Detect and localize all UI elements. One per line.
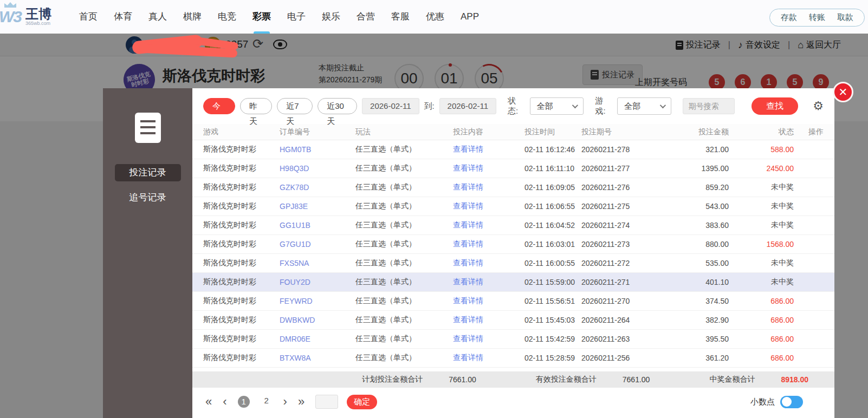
- date-to-input[interactable]: 2026-02-11: [439, 98, 496, 114]
- nav-item-合营[interactable]: 合营: [357, 0, 375, 34]
- cell-order-id[interactable]: FXS5NA: [280, 259, 355, 267]
- record-document-icon: [135, 113, 161, 143]
- cell-play-type: 任三直选（单式）: [355, 334, 453, 344]
- view-detail-link[interactable]: 查看详情: [453, 201, 524, 211]
- table-row: 斯洛伐克时时彩DWBKWD任三直选（单式）查看详情02-11 15:45:032…: [192, 311, 834, 330]
- site-logo[interactable]: W3 王博 365wb.com: [3, 8, 74, 26]
- cell-bet-amount: 374.50: [664, 297, 729, 305]
- view-detail-link[interactable]: 查看详情: [453, 220, 524, 230]
- cell-bet-amount: 382.90: [664, 316, 729, 324]
- pagination-bar: « ‹ 12 › » 确定 小数点: [192, 393, 834, 410]
- crown-icon: [4, 2, 16, 8]
- cell-order-id[interactable]: FOUY2D: [280, 278, 355, 286]
- cell-play-type: 任三直选（单式）: [355, 353, 453, 363]
- sidebar-item-追号记录[interactable]: 追号记录: [115, 189, 181, 206]
- view-detail-link[interactable]: 查看详情: [453, 296, 524, 306]
- wallet-转账-button[interactable]: 转账: [809, 12, 825, 23]
- cell-status: 686.00: [729, 354, 794, 362]
- cell-order-id[interactable]: DWBKWD: [280, 316, 355, 324]
- cell-order-id[interactable]: H98Q3D: [280, 164, 355, 173]
- table-row: 斯洛伐克时时彩HGM0TB任三直选（单式）查看详情02-11 16:12:462…: [192, 140, 834, 159]
- cell-bet-time: 02-11 16:04:52: [524, 221, 581, 230]
- page-jump-input[interactable]: [315, 395, 338, 409]
- cell-bet-time: 02-11 16:00:55: [524, 259, 581, 267]
- cell-play-type: 任三直选（单式）: [355, 164, 453, 173]
- view-detail-link[interactable]: 查看详情: [453, 353, 524, 363]
- last-page-button[interactable]: »: [298, 395, 305, 409]
- page-button-1[interactable]: 1: [238, 396, 250, 408]
- view-detail-link[interactable]: 查看详情: [453, 315, 524, 325]
- cell-game: 斯洛伐克时时彩: [203, 201, 280, 211]
- view-detail-link[interactable]: 查看详情: [453, 182, 524, 192]
- status-select[interactable]: 全部: [530, 97, 584, 115]
- brand-domain: 365wb.com: [25, 21, 51, 26]
- period-search-input[interactable]: 期号搜索: [683, 98, 735, 114]
- cell-order-id[interactable]: G7GU1D: [280, 240, 355, 249]
- wallet-actions: 存款转账取款: [769, 9, 865, 27]
- cell-bet-time: 02-11 16:09:05: [524, 183, 581, 192]
- sidebar-item-投注记录[interactable]: 投注记录: [115, 164, 181, 181]
- game-select[interactable]: 全部: [617, 97, 671, 115]
- cell-order-id[interactable]: DMR06E: [280, 335, 355, 343]
- nav-item-电竞[interactable]: 电竞: [218, 0, 236, 34]
- cell-order-id[interactable]: GG1U1B: [280, 221, 355, 230]
- cell-bet-period: 20260211-278: [581, 145, 664, 154]
- cell-game: 斯洛伐克时时彩: [203, 334, 280, 344]
- plan-total-value: 7661.00: [449, 375, 476, 384]
- col-header: 订单编号: [280, 127, 355, 137]
- cell-order-id[interactable]: FEYWRD: [280, 297, 355, 305]
- nav-item-优惠[interactable]: 优惠: [426, 0, 444, 34]
- cell-bet-time: 02-11 16:03:01: [524, 240, 581, 249]
- cell-bet-amount: 321.00: [664, 145, 729, 154]
- view-detail-link[interactable]: 查看详情: [453, 334, 524, 344]
- gear-icon[interactable]: ⚙: [813, 99, 824, 113]
- nav-item-APP[interactable]: APP: [461, 0, 479, 34]
- view-detail-link[interactable]: 查看详情: [453, 258, 524, 268]
- page-button-2[interactable]: 2: [261, 396, 273, 408]
- nav-item-娱乐[interactable]: 娱乐: [322, 0, 340, 34]
- chevron-down-icon: [572, 102, 578, 108]
- cell-order-id[interactable]: GPJ83E: [280, 202, 355, 211]
- prev-page-button[interactable]: ‹: [223, 395, 226, 409]
- view-detail-link[interactable]: 查看详情: [453, 277, 524, 287]
- nav-item-客服[interactable]: 客服: [391, 0, 410, 34]
- cell-order-id[interactable]: HGM0TB: [280, 145, 355, 154]
- page-confirm-button[interactable]: 确定: [347, 395, 377, 409]
- quick-filter-昨天[interactable]: 昨天: [240, 98, 272, 114]
- find-button[interactable]: 查找: [752, 97, 799, 115]
- cell-bet-time: 02-11 16:11:10: [524, 164, 581, 173]
- page-numbers: 12: [238, 396, 283, 408]
- cell-order-id[interactable]: BTXW8A: [280, 354, 355, 362]
- nav-item-电子[interactable]: 电子: [287, 0, 306, 34]
- cell-bet-period: 20260211-273: [581, 240, 664, 249]
- cell-order-id[interactable]: GZK78D: [280, 183, 355, 192]
- quick-filter-今天[interactable]: 今天: [203, 98, 235, 114]
- cell-bet-amount: 859.20: [664, 183, 729, 192]
- view-detail-link[interactable]: 查看详情: [453, 145, 524, 154]
- next-page-button[interactable]: ›: [283, 395, 287, 409]
- nav-item-棋牌[interactable]: 棋牌: [183, 0, 202, 34]
- first-page-button[interactable]: «: [205, 395, 212, 409]
- decimal-toggle[interactable]: [780, 396, 803, 408]
- wallet-存款-button[interactable]: 存款: [781, 12, 797, 23]
- table-row: 斯洛伐克时时彩FXS5NA任三直选（单式）查看详情02-11 16:00:552…: [192, 254, 834, 273]
- cell-status: 未中奖: [729, 258, 794, 268]
- cell-play-type: 任三直选（单式）: [355, 315, 453, 325]
- table-row: 斯洛伐克时时彩BTXW8A任三直选（单式）查看详情02-11 15:28:592…: [192, 349, 834, 368]
- win-total-label: 中奖金额合计: [709, 375, 755, 384]
- nav-item-体育[interactable]: 体育: [114, 0, 132, 34]
- nav-item-首页[interactable]: 首页: [79, 0, 98, 34]
- view-detail-link[interactable]: 查看详情: [453, 164, 524, 173]
- quick-filter-近7天[interactable]: 近7天: [277, 98, 313, 114]
- cell-status: 未中奖: [729, 201, 794, 211]
- quick-filter-近30天[interactable]: 近30天: [318, 98, 357, 114]
- view-detail-link[interactable]: 查看详情: [453, 239, 524, 249]
- close-icon[interactable]: ✕: [833, 82, 853, 102]
- nav-item-真人[interactable]: 真人: [148, 0, 167, 34]
- nav-item-彩票[interactable]: 彩票: [252, 0, 271, 34]
- cell-bet-amount: 383.60: [664, 221, 729, 230]
- cell-game: 斯洛伐克时时彩: [203, 315, 280, 325]
- date-from-input[interactable]: 2026-02-11: [362, 98, 419, 114]
- wallet-取款-button[interactable]: 取款: [837, 12, 853, 23]
- cell-bet-amount: 543.00: [664, 202, 729, 211]
